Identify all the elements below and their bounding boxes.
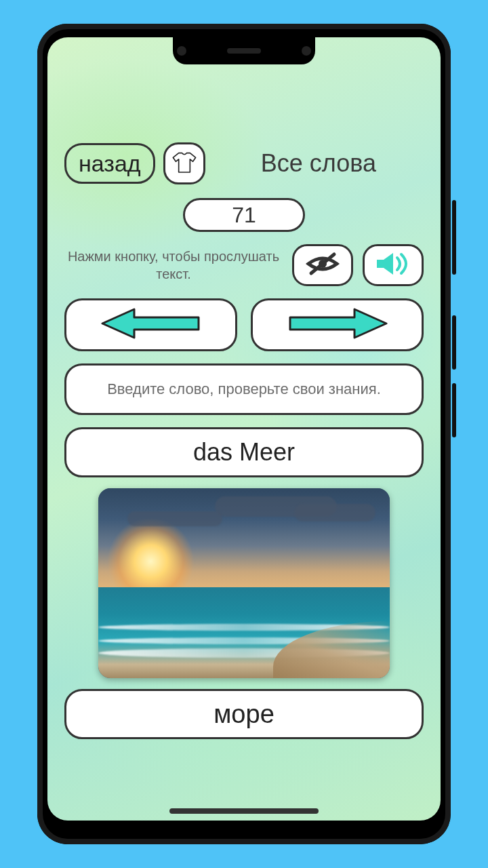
prev-button[interactable] [64,298,237,351]
source-word: das Meer [64,427,424,477]
answer-input[interactable]: Введите слово, проверьте свои знания. [64,363,424,415]
hide-button[interactable] [292,244,353,286]
arrow-left-icon [97,307,205,343]
notch [173,37,315,64]
volume-up-button [452,315,456,370]
category-button[interactable] [163,142,205,184]
page-title: Все слова [214,149,424,178]
word-image [98,488,390,678]
speaker-icon [374,251,412,279]
phone-frame: назад Все слова 71 Наж [37,24,451,844]
power-button [452,200,456,275]
source-word-value: das Meer [193,438,295,467]
volume-down-button [452,383,456,437]
answer-input-placeholder: Введите слово, проверьте свои знания. [107,380,381,398]
home-indicator [169,808,319,814]
arrow-right-icon [283,307,392,343]
word-counter: 71 [183,198,305,232]
translation-word: море [64,689,424,739]
listen-hint: Нажми кнопку, чтобы прослушать текст. [64,248,283,283]
next-button[interactable] [251,298,424,351]
tshirt-icon [171,149,198,178]
app-content: назад Все слова 71 Наж [47,37,441,821]
audio-button[interactable] [363,244,424,286]
word-counter-value: 71 [232,203,256,228]
translation-word-value: море [214,700,274,729]
eye-off-icon [306,252,340,279]
back-button[interactable]: назад [64,143,155,184]
screen: назад Все слова 71 Наж [47,37,441,821]
back-button-label: назад [79,151,141,177]
